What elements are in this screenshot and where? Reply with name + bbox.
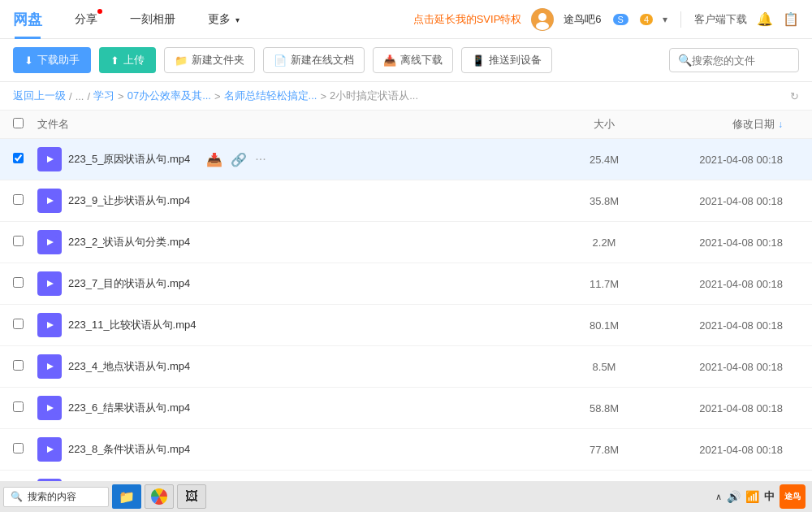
file-row[interactable]: 223_6_结果状语从句.mp4 58.8M 2021-04-08 00:18 xyxy=(0,388,812,429)
taskbar-network-icon[interactable]: 📶 xyxy=(745,490,759,503)
file-row-actions: 📥 🔗 ··· xyxy=(206,152,266,167)
offline-download-button[interactable]: 📥 离线下载 xyxy=(373,47,453,73)
file-size: 11.7M xyxy=(555,278,653,290)
chevron-down-icon: ▾ xyxy=(235,15,240,24)
file-row[interactable]: 223_4_地点状语从句.mp4 8.5M 2021-04-08 00:18 xyxy=(0,346,812,388)
avatar[interactable] xyxy=(531,8,554,31)
breadcrumb-path1[interactable]: 学习 xyxy=(93,89,114,103)
file-list-header: 文件名 大小 修改日期 ↓ xyxy=(0,111,812,139)
upload-icon: ⬆ xyxy=(110,54,119,67)
sort-arrow-icon: ↓ xyxy=(778,119,783,130)
breadcrumb-ellipsis[interactable]: ... xyxy=(76,90,84,102)
file-size: 2.2M xyxy=(555,236,653,249)
taskbar-files-icon[interactable]: 📁 xyxy=(112,484,141,509)
nav-logo[interactable]: 网盘 xyxy=(13,10,42,29)
taskbar-system-icons: ∧ 🔊 📶 中 途鸟 xyxy=(715,484,809,509)
file-type-icon xyxy=(37,437,62,462)
breadcrumb-path2[interactable]: 07办公效率及其... xyxy=(127,89,211,103)
download-assistant-button[interactable]: ⬇ 下载助手 xyxy=(13,47,91,73)
upload-button[interactable]: ⬆ 上传 xyxy=(99,47,156,73)
new-doc-button[interactable]: 📄 新建在线文档 xyxy=(263,47,365,73)
search-input[interactable] xyxy=(692,54,781,67)
push-device-button[interactable]: 📱 推送到设备 xyxy=(461,47,552,73)
file-checkbox[interactable] xyxy=(13,194,24,205)
file-row[interactable]: 223_11_比较状语从句.mp4 80.1M 2021-04-08 00:18 xyxy=(0,305,812,346)
file-row[interactable]: 223_9_让步状语从句.mp4 35.8M 2021-04-08 00:18 xyxy=(0,180,812,222)
file-row[interactable]: 223_7_目的状语从句.mp4 11.7M 2021-04-08 00:18 xyxy=(0,263,812,305)
file-size: 8.5M xyxy=(555,361,653,373)
taskbar-lang-icon[interactable]: 中 xyxy=(764,489,775,504)
file-name: 223_6_结果状语从句.mp4 xyxy=(68,401,190,415)
badge-num: 4 xyxy=(640,14,653,25)
taskbar-chrome-icon[interactable] xyxy=(145,484,174,509)
file-date: 2021-04-08 00:18 xyxy=(653,402,799,414)
file-row[interactable]: 223_8_条件状语从句.mp4 77.8M 2021-04-08 00:18 xyxy=(0,429,812,471)
file-size: 25.4M xyxy=(555,154,653,166)
search-input-box[interactable]: 🔍 xyxy=(669,48,799,72)
file-type-icon xyxy=(37,313,62,337)
taskbar-window-icon[interactable]: 🖼 xyxy=(177,484,206,509)
file-date: 2021-04-08 00:18 xyxy=(653,361,799,373)
vip-link[interactable]: 点击延长我的SVIP特权 xyxy=(413,12,522,27)
file-save-icon[interactable]: 📥 xyxy=(206,152,222,167)
breadcrumb-back[interactable]: 返回上一级 xyxy=(13,89,66,103)
taskbar-search[interactable]: 🔍 搜索的内容 xyxy=(3,487,109,507)
svip-badge: S xyxy=(613,14,628,25)
file-share-icon[interactable]: 🔗 xyxy=(231,152,247,167)
file-size: 80.1M xyxy=(555,319,653,332)
taskbar-search-icon: 🔍 xyxy=(11,491,23,502)
new-folder-button[interactable]: 📁 新建文件夹 xyxy=(164,47,255,73)
file-name: 223_9_让步状语从句.mp4 xyxy=(68,193,190,208)
client-download-link[interactable]: 客户端下载 xyxy=(694,12,747,27)
doc-icon: 📄 xyxy=(274,54,287,67)
file-checkbox[interactable] xyxy=(13,153,24,163)
breadcrumb: 返回上一级 / ... / 学习 > 07办公效率及其... > 名师总结轻松搞… xyxy=(0,82,812,111)
file-type-icon xyxy=(37,271,62,296)
file-size: 58.8M xyxy=(555,402,653,414)
settings-icon[interactable]: 📋 xyxy=(783,11,799,27)
header-date[interactable]: 修改日期 ↓ xyxy=(653,117,799,132)
file-date: 2021-04-08 00:18 xyxy=(653,444,799,456)
file-checkbox[interactable] xyxy=(13,443,24,453)
taskbar-brand-icon[interactable]: 途鸟 xyxy=(780,484,806,509)
file-row[interactable]: 223_5_原因状语从句.mp4 📥 🔗 ··· 25.4M 2021-04-0… xyxy=(0,139,812,180)
header-size: 大小 xyxy=(555,117,653,132)
username: 途鸟吧6 xyxy=(564,12,601,27)
main-content: 文件名 大小 修改日期 ↓ 223_5_原因状语从句.mp4 📥 xyxy=(0,111,812,512)
file-checkbox[interactable] xyxy=(13,360,24,371)
file-name: 223_4_地点状语从句.mp4 xyxy=(68,359,190,374)
file-row[interactable]: 223_2_状语从句分类.mp4 2.2M 2021-04-08 00:18 xyxy=(0,222,812,263)
select-all-checkbox[interactable] xyxy=(13,118,24,128)
file-name: 223_2_状语从句分类.mp4 xyxy=(68,235,190,249)
search-icon: 🔍 xyxy=(678,54,692,67)
file-checkbox[interactable] xyxy=(13,277,24,288)
svg-point-2 xyxy=(536,22,549,30)
toolbar: ⬇ 下载助手 ⬆ 上传 📁 新建文件夹 📄 新建在线文档 📥 离线下载 📱 推送… xyxy=(0,39,812,82)
nav-right-area: 点击延长我的SVIP特权 途鸟吧6 S 4 ▾ 客户端下载 🔔 📋 xyxy=(413,8,799,31)
breadcrumb-current: 2小时搞定状语从... xyxy=(330,89,418,103)
top-nav: 网盘 分享 一刻相册 更多 ▾ 点击延长我的SVIP特权 途鸟吧6 S 4 ▾ … xyxy=(0,0,812,39)
file-name: 223_8_条件状语从句.mp4 xyxy=(68,442,190,457)
file-type-icon xyxy=(37,354,62,379)
folder-icon: 📁 xyxy=(175,54,188,67)
taskbar: 🔍 搜索的内容 📁 🖼 ∧ 🔊 📶 中 途鸟 xyxy=(0,481,812,512)
file-more-icon[interactable]: ··· xyxy=(255,152,266,167)
file-type-icon xyxy=(37,189,62,213)
file-size: 35.8M xyxy=(555,195,653,207)
file-date: 2021-04-08 00:18 xyxy=(653,154,799,166)
file-date: 2021-04-08 00:18 xyxy=(653,236,799,249)
breadcrumb-path3[interactable]: 名师总结轻松搞定... xyxy=(224,89,317,103)
user-chevron-icon[interactable]: ▾ xyxy=(663,14,667,25)
file-checkbox[interactable] xyxy=(13,401,24,412)
notification-icon[interactable]: 🔔 xyxy=(757,11,773,27)
file-type-icon xyxy=(37,230,62,254)
nav-divider xyxy=(680,11,681,28)
nav-item-album[interactable]: 一刻相册 xyxy=(123,9,182,30)
nav-item-share[interactable]: 分享 xyxy=(68,9,104,30)
file-checkbox[interactable] xyxy=(13,236,24,246)
taskbar-arrow-up-icon: ∧ xyxy=(715,492,722,502)
nav-item-more[interactable]: 更多 ▾ xyxy=(201,9,246,30)
header-name: 文件名 xyxy=(37,117,555,132)
taskbar-volume-icon[interactable]: 🔊 xyxy=(727,490,741,503)
file-checkbox[interactable] xyxy=(13,319,24,329)
